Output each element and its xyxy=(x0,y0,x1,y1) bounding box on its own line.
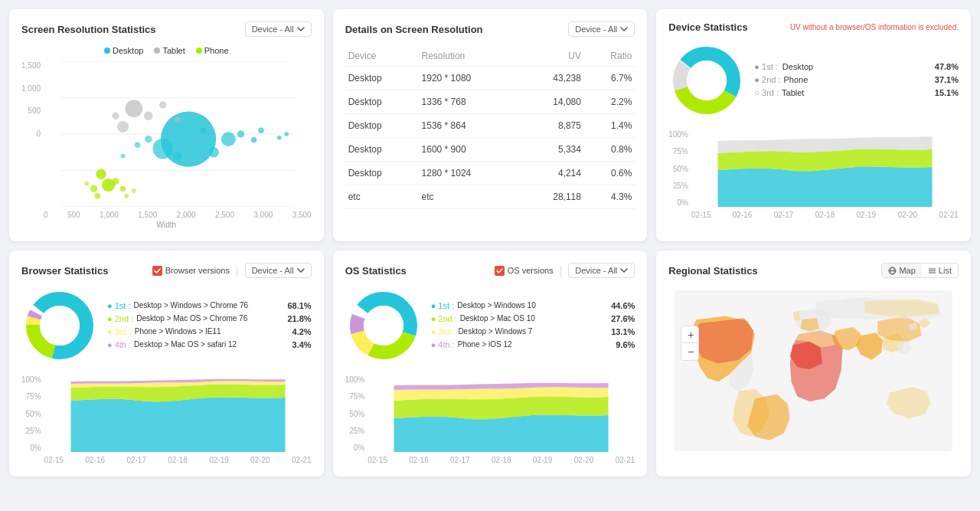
col-resolution: Resolution xyxy=(419,46,521,67)
os-area-svg-wrap: 02-15 02-16 02-17 02-18 02-19 02-20 02-2… xyxy=(368,375,635,464)
browser-statistics-card: Browser Statistics Browser versions | De… xyxy=(9,251,324,477)
os-controls: OS versions | Device - All xyxy=(495,263,635,278)
map-zoom-controls: + − xyxy=(681,326,699,361)
os-dropdown[interactable]: Device - All xyxy=(568,263,635,278)
svg-point-18 xyxy=(121,154,126,159)
list-icon xyxy=(928,267,936,275)
svg-point-30 xyxy=(95,193,101,199)
browser-x-ticks: 02-15 02-16 02-17 02-18 02-19 02-20 02-2… xyxy=(44,456,312,464)
map-list-toggle: Map List xyxy=(881,263,959,278)
svg-point-24 xyxy=(112,113,119,120)
scatter-x-ticks: 0 500 1,000 1,500 2,000 2,500 3,000 3,50… xyxy=(44,211,312,219)
os-legend-3: ● 3rd : Desktop > Windows 7 13.1% xyxy=(431,327,635,336)
browser-legend: ● 1st : Desktop > Windows > Chrome 76 68… xyxy=(107,301,312,353)
legend-desktop: Desktop xyxy=(104,46,143,55)
world-map-svg xyxy=(668,290,959,451)
map-toggle-map[interactable]: Map xyxy=(882,264,921,277)
screen-resolution-header: Screen Resolution Statistics Device - Al… xyxy=(21,21,312,37)
table-row: Desktop1920 * 108043,2386.7% xyxy=(345,67,635,90)
svg-point-28 xyxy=(112,178,119,185)
map-toggle-list[interactable]: List xyxy=(922,264,958,277)
device-statistics-card: Device Statistics UV without a browser/O… xyxy=(656,9,971,241)
svg-point-20 xyxy=(117,121,129,133)
os-donut-section: ● 1st : Desktop > Windows 10 44.6% ● 2nd… xyxy=(345,287,635,366)
svg-point-47 xyxy=(364,306,403,346)
os-area-y-labels: 100% 75% 50% 25% 0% xyxy=(345,375,365,452)
svg-point-37 xyxy=(687,61,727,100)
os-area-chart: 100% 75% 50% 25% 0% xyxy=(345,375,635,464)
scatter-svg xyxy=(44,61,312,207)
device-area-svg-wrap: 02-15 02-16 02-17 02-18 02-19 02-20 02-2… xyxy=(691,130,959,219)
svg-point-33 xyxy=(84,182,89,186)
screen-resolution-title: Screen Resolution Statistics xyxy=(21,24,156,35)
svg-point-23 xyxy=(175,116,181,123)
os-legend-1: ● 1st : Desktop > Windows 10 44.6% xyxy=(431,301,635,310)
map-icon xyxy=(888,267,897,275)
chevron-down-icon xyxy=(297,267,305,274)
map-zoom-out[interactable]: − xyxy=(681,343,699,360)
browser-controls: Browser versions | Device - All xyxy=(152,263,312,278)
chevron-down-icon xyxy=(620,267,628,274)
device-legend-item-2: ● 2nd : Phone 37.1% xyxy=(754,75,959,84)
device-area-svg xyxy=(691,130,959,207)
device-area-y-labels: 100% 75% 50% 25% 0% xyxy=(668,130,688,207)
screen-resolution-card: Screen Resolution Statistics Device - Al… xyxy=(9,9,324,241)
svg-point-29 xyxy=(120,185,126,192)
resolution-table-body: Desktop1920 * 108043,2386.7%Desktop1336 … xyxy=(345,67,635,209)
device-legend-item-1: ● 1st : Desktop 47.8% xyxy=(754,62,959,71)
svg-point-22 xyxy=(159,101,167,109)
table-row: Desktop1336 * 76814,0802.2% xyxy=(345,90,635,114)
os-donut-svg xyxy=(345,287,422,364)
os-legend: ● 1st : Desktop > Windows 10 44.6% ● 2nd… xyxy=(431,301,635,353)
browser-legend-3: ● 3rd : Phone > Windows > IE11 4.2% xyxy=(107,327,312,336)
table-row: Desktop1536 * 8648,8751.4% xyxy=(345,114,635,138)
browser-stats-header: Browser Statistics Browser versions | De… xyxy=(21,263,312,278)
browser-legend-4: ● 4th : Desktop > Mac OS > safari 12 3.4… xyxy=(107,340,312,349)
table-row: Desktop1600 * 9005,3340.8% xyxy=(345,138,635,162)
checkmark-icon xyxy=(496,267,503,274)
svg-point-11 xyxy=(251,137,257,143)
os-area-row: 100% 75% 50% 25% 0% xyxy=(345,375,635,464)
browser-legend-2: ● 2nd : Desktop > Mac OS > Chrome 76 21.… xyxy=(107,314,312,323)
browser-area-chart: 100% 75% 50% 25% 0% xyxy=(21,375,312,464)
screen-resolution-dropdown[interactable]: Device - All xyxy=(245,21,312,37)
svg-point-32 xyxy=(132,188,136,193)
svg-point-19 xyxy=(125,100,142,117)
checkmark-icon xyxy=(154,267,161,274)
browser-stats-title: Browser Statistics xyxy=(21,265,108,277)
chevron-down-icon xyxy=(297,25,305,33)
device-legend: ● 1st : Desktop 47.8% ● 2nd : Phone 37.1… xyxy=(754,62,959,101)
details-dropdown[interactable]: Device - All xyxy=(568,21,635,37)
svg-point-15 xyxy=(284,132,289,136)
browser-versions-checkbox-label[interactable]: Browser versions xyxy=(152,266,230,276)
table-row: etcetc28,1184.3% xyxy=(345,185,635,209)
svg-point-10 xyxy=(237,130,245,138)
os-versions-checkbox-label[interactable]: OS versions xyxy=(495,266,554,276)
svg-point-31 xyxy=(124,194,129,198)
os-statistics-card: OS Statistics OS versions | Device - All xyxy=(333,251,648,477)
browser-legend-1: ● 1st : Desktop > Windows > Chrome 76 68… xyxy=(107,301,312,310)
os-stats-title: OS Statistics xyxy=(345,265,407,277)
regional-statistics-card: Regional Statistics Map xyxy=(656,251,971,477)
svg-point-25 xyxy=(96,169,106,179)
os-versions-checkbox[interactable] xyxy=(495,266,505,276)
os-donut xyxy=(345,287,422,366)
browser-versions-checkbox[interactable] xyxy=(152,266,162,276)
map-zoom-in[interactable]: + xyxy=(681,326,699,343)
resolution-table-head: Device Resolution UV Ratio xyxy=(345,46,635,67)
scatter-y-labels: 1,500 1,000 500 0 xyxy=(21,61,41,138)
device-stats-title: Device Statistics xyxy=(668,21,747,33)
svg-point-14 xyxy=(277,136,282,140)
scatter-plot-area: 0 500 1,000 1,500 2,000 2,500 3,000 3,50… xyxy=(44,61,312,219)
os-area-svg xyxy=(368,375,635,452)
details-header: Details on Screen Resolution Device - Al… xyxy=(345,21,635,37)
device-stats-header: Device Statistics UV without a browser/O… xyxy=(668,21,959,33)
divider: | xyxy=(560,264,563,277)
browser-dropdown[interactable]: Device - All xyxy=(245,263,312,278)
details-title: Details on Screen Resolution xyxy=(345,24,483,35)
device-area-row: 100% 75% 50% 25% 0% xyxy=(668,130,959,219)
svg-point-27 xyxy=(90,185,98,193)
os-stats-header: OS Statistics OS versions | Device - All xyxy=(345,263,635,278)
svg-point-9 xyxy=(173,152,181,160)
scatter-x-label: Width xyxy=(21,221,312,229)
